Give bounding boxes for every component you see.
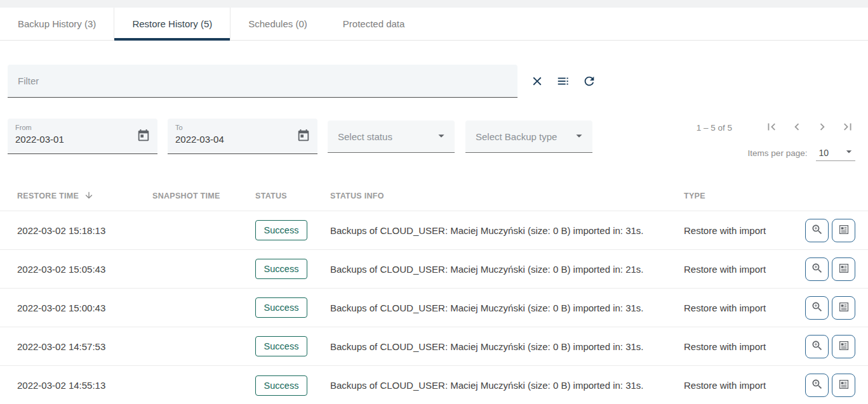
tab-protected-data[interactable]: Protected data — [325, 8, 423, 40]
view-log-button[interactable] — [832, 374, 855, 397]
items-per-page-select[interactable]: 10 — [816, 145, 855, 161]
column-header-snapshot-time[interactable]: SNAPSHOT TIME — [152, 192, 255, 200]
chevron-left-icon — [790, 126, 804, 136]
column-header-status[interactable]: STATUS — [255, 192, 330, 200]
refresh-icon — [582, 74, 596, 90]
type-cell: Restore with import — [684, 303, 805, 313]
status-select-placeholder: Select status — [338, 131, 392, 142]
refresh-button[interactable] — [582, 74, 597, 89]
chevron-down-icon — [843, 145, 855, 160]
chevron-down-icon — [572, 129, 586, 145]
view-details-button[interactable] — [805, 257, 829, 281]
table-header-row: RESTORE TIME SNAPSHOT TIME STATUS STATUS… — [0, 181, 868, 211]
filters-row: From 2022-03-01 To 2022-03-04 Select sta… — [0, 119, 868, 155]
close-icon — [530, 74, 544, 90]
filter-input[interactable] — [8, 65, 517, 97]
status-info-cell: Backups of CLOUD_USER: Maciej Muczyński … — [330, 341, 684, 352]
restore-time-cell: 2022-03-02 15:00:43 — [17, 303, 152, 313]
view-details-button[interactable] — [805, 335, 829, 358]
filter-section — [0, 65, 868, 98]
restore-history-table: RESTORE TIME SNAPSHOT TIME STATUS STATUS… — [0, 181, 868, 404]
clear-filter-button[interactable] — [530, 74, 545, 89]
pagination: 1 – 5 of 5 I — [697, 120, 855, 161]
type-cell: Restore with import — [684, 341, 805, 352]
type-cell: Restore with import — [684, 264, 805, 275]
zoom-in-icon — [811, 301, 824, 315]
zoom-in-icon — [811, 223, 824, 238]
date-to-calendar-button[interactable] — [295, 127, 312, 145]
date-from-field[interactable]: From 2022-03-01 — [8, 119, 157, 154]
view-details-button[interactable] — [805, 296, 829, 320]
chevron-right-icon — [815, 126, 829, 136]
restore-time-cell: 2022-03-02 15:18:13 — [17, 225, 152, 236]
view-log-button[interactable] — [832, 296, 855, 320]
last-page-icon — [841, 126, 855, 136]
filter-list-button[interactable] — [556, 74, 571, 89]
top-strip — [0, 0, 868, 8]
restore-time-cell: 2022-03-02 14:55:13 — [17, 380, 152, 391]
report-icon — [838, 262, 850, 277]
column-header-status-info[interactable]: STATUS INFO — [330, 192, 684, 200]
status-cell: Success — [255, 297, 330, 318]
status-cell: Success — [255, 336, 330, 356]
tab-schedules[interactable]: Schedules (0) — [230, 8, 325, 40]
filter-field — [8, 65, 517, 98]
column-header-restore-time[interactable]: RESTORE TIME — [17, 189, 152, 202]
status-info-cell: Backups of CLOUD_USER: Maciej Muczyński … — [330, 225, 684, 236]
report-icon — [838, 378, 850, 393]
chevron-down-icon — [434, 129, 448, 145]
tab-bar: Backup History (3) Restore History (5) S… — [0, 8, 868, 41]
backup-type-select-placeholder: Select Backup type — [476, 131, 557, 142]
items-per-page-value: 10 — [818, 148, 829, 158]
status-badge: Success — [255, 297, 307, 318]
table-row: 2022-03-02 15:18:13 Success Backups of C… — [0, 211, 868, 250]
row-actions — [805, 257, 868, 281]
last-page-button[interactable] — [840, 120, 855, 135]
calendar-icon — [137, 135, 150, 145]
tab-backup-history[interactable]: Backup History (3) — [0, 8, 114, 40]
status-badge: Success — [255, 336, 307, 356]
status-info-cell: Backups of CLOUD_USER: Maciej Muczyński … — [330, 380, 684, 391]
row-actions — [805, 219, 868, 242]
first-page-icon — [765, 126, 778, 136]
table-row: 2022-03-02 14:57:53 Success Backups of C… — [0, 327, 868, 366]
zoom-in-icon — [811, 339, 824, 354]
filter-list-icon — [556, 74, 570, 90]
items-per-page-label: Items per page: — [748, 148, 808, 158]
calendar-icon — [297, 135, 310, 145]
column-header-type[interactable]: TYPE — [684, 192, 805, 200]
zoom-in-icon — [811, 378, 824, 393]
view-details-button[interactable] — [805, 374, 829, 397]
type-cell: Restore with import — [684, 225, 805, 236]
report-icon — [838, 223, 850, 238]
report-icon — [838, 301, 850, 315]
status-select[interactable]: Select status — [328, 121, 455, 153]
zoom-in-icon — [811, 262, 824, 277]
tab-restore-history[interactable]: Restore History (5) — [114, 8, 230, 40]
date-from-calendar-button[interactable] — [135, 127, 152, 145]
view-log-button[interactable] — [832, 219, 855, 242]
backup-type-select[interactable]: Select Backup type — [465, 121, 592, 153]
date-to-field[interactable]: To 2022-03-04 — [168, 119, 317, 154]
table-body: 2022-03-02 15:18:13 Success Backups of C… — [0, 211, 868, 404]
filter-actions — [530, 74, 597, 98]
status-info-cell: Backups of CLOUD_USER: Maciej Muczyński … — [330, 264, 684, 275]
view-details-button[interactable] — [805, 219, 829, 242]
table-row: 2022-03-02 15:00:43 Success Backups of C… — [0, 289, 868, 327]
previous-page-button[interactable] — [789, 120, 805, 135]
date-from-label: From — [15, 124, 150, 131]
status-badge: Success — [255, 375, 307, 396]
view-log-button[interactable] — [832, 335, 855, 358]
sort-descending-icon[interactable] — [79, 189, 94, 202]
next-page-button[interactable] — [815, 120, 830, 135]
page-range-label: 1 – 5 of 5 — [697, 123, 732, 133]
date-to-label: To — [175, 124, 310, 131]
table-row: 2022-03-02 15:05:43 Success Backups of C… — [0, 250, 868, 289]
row-actions — [805, 296, 868, 320]
status-badge: Success — [255, 259, 307, 279]
status-badge: Success — [255, 220, 307, 240]
view-log-button[interactable] — [832, 257, 855, 281]
status-info-cell: Backups of CLOUD_USER: Maciej Muczyński … — [330, 303, 684, 313]
report-icon — [838, 339, 850, 354]
first-page-button[interactable] — [764, 120, 779, 135]
